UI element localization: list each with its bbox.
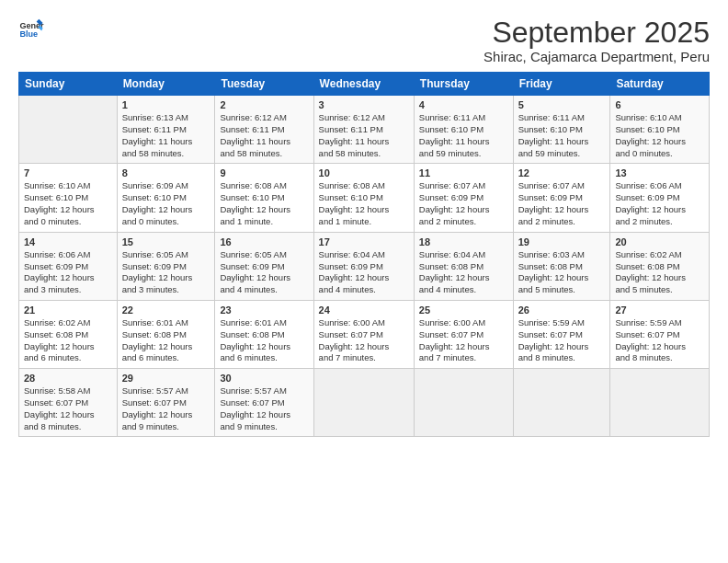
title-block: September 2025 Shirac, Cajamarca Departm… [483,17,710,64]
day-info: Sunrise: 6:00 AMSunset: 6:07 PMDaylight:… [319,317,409,364]
day-number: 22 [122,304,210,316]
col-wednesday: Wednesday [313,73,414,96]
calendar-week-2: 7Sunrise: 6:10 AMSunset: 6:10 PMDaylight… [19,164,710,232]
day-info: Sunrise: 6:04 AMSunset: 6:09 PMDaylight:… [319,249,409,296]
table-row: 21Sunrise: 6:02 AMSunset: 6:08 PMDayligh… [19,300,118,368]
page-header: General Blue September 2025 Shirac, Caja… [18,17,710,64]
table-row: 9Sunrise: 6:08 AMSunset: 6:10 PMDaylight… [215,164,313,232]
table-row: 11Sunrise: 6:07 AMSunset: 6:09 PMDayligh… [414,164,513,232]
day-number: 4 [419,99,508,110]
calendar-table: Sunday Monday Tuesday Wednesday Thursday… [18,72,710,437]
svg-text:Blue: Blue [19,29,38,39]
table-row: 22Sunrise: 6:01 AMSunset: 6:08 PMDayligh… [117,300,215,368]
table-row: 1Sunrise: 6:13 AMSunset: 6:11 PMDaylight… [117,96,215,164]
calendar-week-3: 14Sunrise: 6:06 AMSunset: 6:09 PMDayligh… [19,232,710,300]
day-info: Sunrise: 6:01 AMSunset: 6:08 PMDaylight:… [122,317,210,364]
table-row: 27Sunrise: 5:59 AMSunset: 6:07 PMDayligh… [610,300,710,368]
day-number: 7 [24,167,112,178]
day-number: 9 [220,167,308,178]
day-number: 30 [220,373,308,384]
day-info: Sunrise: 6:08 AMSunset: 6:10 PMDaylight:… [319,180,409,227]
table-row: 20Sunrise: 6:02 AMSunset: 6:08 PMDayligh… [610,232,710,300]
day-number: 13 [615,167,704,178]
day-number: 27 [615,304,704,316]
day-number: 18 [419,236,508,247]
day-info: Sunrise: 5:57 AMSunset: 6:07 PMDaylight:… [220,385,308,432]
day-number: 8 [122,167,210,178]
day-number: 5 [518,99,606,110]
table-row: 26Sunrise: 5:59 AMSunset: 6:07 PMDayligh… [513,300,610,368]
table-row: 16Sunrise: 6:05 AMSunset: 6:09 PMDayligh… [215,232,313,300]
day-info: Sunrise: 6:02 AMSunset: 6:08 PMDaylight:… [24,317,112,364]
table-row: 6Sunrise: 6:10 AMSunset: 6:10 PMDaylight… [610,96,710,164]
day-info: Sunrise: 6:11 AMSunset: 6:10 PMDaylight:… [419,112,508,159]
table-row: 12Sunrise: 6:07 AMSunset: 6:09 PMDayligh… [513,164,610,232]
table-row: 18Sunrise: 6:04 AMSunset: 6:08 PMDayligh… [414,232,513,300]
calendar-header-row: Sunday Monday Tuesday Wednesday Thursday… [19,73,710,96]
table-row: 2Sunrise: 6:12 AMSunset: 6:11 PMDaylight… [215,96,313,164]
day-info: Sunrise: 6:01 AMSunset: 6:08 PMDaylight:… [220,317,308,364]
day-number: 17 [319,236,409,247]
day-info: Sunrise: 6:11 AMSunset: 6:10 PMDaylight:… [518,112,606,159]
col-saturday: Saturday [610,73,710,96]
day-info: Sunrise: 6:03 AMSunset: 6:08 PMDaylight:… [518,249,606,296]
day-info: Sunrise: 5:59 AMSunset: 6:07 PMDaylight:… [518,317,606,364]
table-row [513,369,610,437]
day-info: Sunrise: 6:06 AMSunset: 6:09 PMDaylight:… [615,180,704,227]
day-info: Sunrise: 6:12 AMSunset: 6:11 PMDaylight:… [220,112,308,159]
col-tuesday: Tuesday [215,73,313,96]
day-info: Sunrise: 6:04 AMSunset: 6:08 PMDaylight:… [419,249,508,296]
day-number: 26 [518,304,606,316]
day-number: 25 [419,304,508,316]
day-info: Sunrise: 6:07 AMSunset: 6:09 PMDaylight:… [518,180,606,227]
location-title: Shirac, Cajamarca Department, Peru [483,49,710,64]
day-number: 20 [615,236,704,247]
col-monday: Monday [117,73,215,96]
table-row: 13Sunrise: 6:06 AMSunset: 6:09 PMDayligh… [610,164,710,232]
calendar-week-1: 1Sunrise: 6:13 AMSunset: 6:11 PMDaylight… [19,96,710,164]
day-info: Sunrise: 6:07 AMSunset: 6:09 PMDaylight:… [419,180,508,227]
day-info: Sunrise: 5:59 AMSunset: 6:07 PMDaylight:… [615,317,704,364]
day-info: Sunrise: 6:08 AMSunset: 6:10 PMDaylight:… [220,180,308,227]
day-number: 1 [122,99,210,110]
day-info: Sunrise: 6:13 AMSunset: 6:11 PMDaylight:… [122,112,210,159]
table-row: 19Sunrise: 6:03 AMSunset: 6:08 PMDayligh… [513,232,610,300]
day-info: Sunrise: 6:10 AMSunset: 6:10 PMDaylight:… [24,180,112,227]
day-number: 19 [518,236,606,247]
table-row: 28Sunrise: 5:58 AMSunset: 6:07 PMDayligh… [19,369,118,437]
day-number: 28 [24,373,112,384]
table-row: 8Sunrise: 6:09 AMSunset: 6:10 PMDaylight… [117,164,215,232]
day-number: 3 [319,99,409,110]
day-number: 10 [319,167,409,178]
table-row: 4Sunrise: 6:11 AMSunset: 6:10 PMDaylight… [414,96,513,164]
table-row [414,369,513,437]
col-sunday: Sunday [19,73,118,96]
col-friday: Friday [513,73,610,96]
day-number: 29 [122,373,210,384]
day-number: 15 [122,236,210,247]
table-row [313,369,414,437]
day-info: Sunrise: 5:58 AMSunset: 6:07 PMDaylight:… [24,385,112,432]
table-row: 10Sunrise: 6:08 AMSunset: 6:10 PMDayligh… [313,164,414,232]
day-info: Sunrise: 6:02 AMSunset: 6:08 PMDaylight:… [615,249,704,296]
calendar-week-5: 28Sunrise: 5:58 AMSunset: 6:07 PMDayligh… [19,369,710,437]
table-row: 7Sunrise: 6:10 AMSunset: 6:10 PMDaylight… [19,164,118,232]
table-row: 29Sunrise: 5:57 AMSunset: 6:07 PMDayligh… [117,369,215,437]
table-row: 15Sunrise: 6:05 AMSunset: 6:09 PMDayligh… [117,232,215,300]
table-row: 24Sunrise: 6:00 AMSunset: 6:07 PMDayligh… [313,300,414,368]
day-info: Sunrise: 6:00 AMSunset: 6:07 PMDaylight:… [419,317,508,364]
table-row: 5Sunrise: 6:11 AMSunset: 6:10 PMDaylight… [513,96,610,164]
table-row: 30Sunrise: 5:57 AMSunset: 6:07 PMDayligh… [215,369,313,437]
day-info: Sunrise: 5:57 AMSunset: 6:07 PMDaylight:… [122,385,210,432]
day-number: 12 [518,167,606,178]
table-row: 25Sunrise: 6:00 AMSunset: 6:07 PMDayligh… [414,300,513,368]
day-number: 14 [24,236,112,247]
col-thursday: Thursday [414,73,513,96]
table-row: 3Sunrise: 6:12 AMSunset: 6:11 PMDaylight… [313,96,414,164]
day-number: 21 [24,304,112,316]
day-number: 23 [220,304,308,316]
month-title: September 2025 [483,17,710,49]
day-number: 2 [220,99,308,110]
logo: General Blue [18,17,44,42]
day-number: 11 [419,167,508,178]
